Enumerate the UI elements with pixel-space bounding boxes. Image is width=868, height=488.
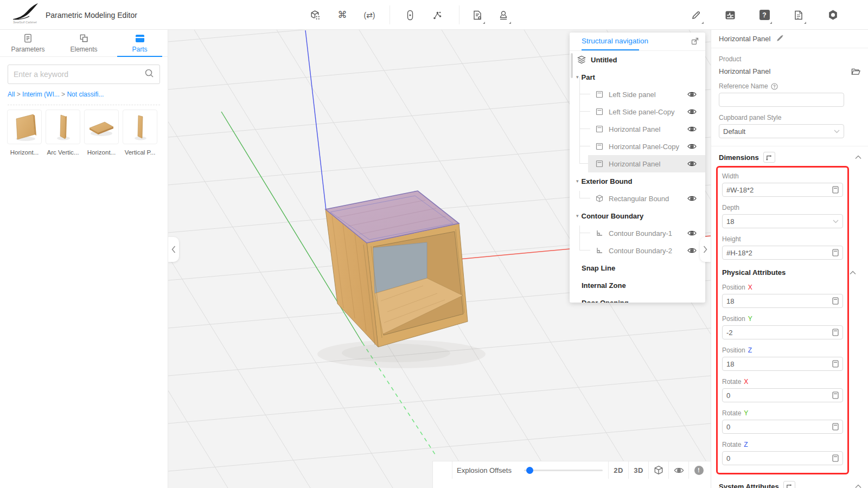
tree-group-exterior-bound[interactable]: ▾ Exterior Bound [570,172,705,190]
visibility-eye-icon[interactable] [687,195,697,202]
visibility-eye-icon[interactable] [687,230,697,236]
tree-item-rectangular-bound[interactable]: Rectangular Bound [570,190,705,207]
view-3d-button[interactable]: 3D [629,461,648,479]
part-card-arc-vertical[interactable]: Arc Vertic... [45,110,81,156]
formula-calc-icon[interactable] [832,329,839,336]
collapse-arrow-icon[interactable]: ▾ [576,178,579,184]
position-z-inputbox[interactable] [722,357,843,371]
part-card-horizontal-2[interactable]: Horizont... [84,110,119,156]
rotate-z-input[interactable] [726,454,830,463]
document-icon[interactable] [790,4,807,27]
reference-name-inputbox[interactable] [719,93,844,107]
settings-icon[interactable] [825,4,841,27]
tree-item-left-side-panel-copy[interactable]: Left Side panel-Copy [570,103,705,120]
position-z-input[interactable] [726,360,830,368]
tree-item-horizontal-panel-copy[interactable]: Horizontal Panel-Copy [570,138,705,155]
collapse-left-panel-handle[interactable] [168,237,179,262]
cupboard-style-select[interactable]: Default [719,124,844,138]
search-icon[interactable] [144,68,154,80]
position-y-inputbox[interactable] [722,325,843,339]
swap-icon[interactable]: (⇄) [361,4,378,27]
rotate-x-input[interactable] [726,391,830,400]
share-nodes-icon[interactable] [429,4,445,27]
rotate-z-inputbox[interactable] [722,451,843,465]
collapse-right-panel-handle[interactable] [700,237,711,262]
search-input[interactable] [14,70,144,79]
edit-pencil-icon[interactable] [688,4,704,27]
tab-parameters[interactable]: Parameters [0,30,56,56]
monitor-icon[interactable] [722,4,738,27]
tree-item-contour-boundary-2[interactable]: Contour Boundary-2 [570,242,705,259]
formula-calc-icon[interactable] [832,360,839,368]
visibility-eye-icon[interactable] [687,108,697,115]
breadcrumb-link-interim[interactable]: Interim (WI... [22,91,60,98]
part-card-horizontal-1[interactable]: Horizont... [7,110,42,156]
formula-calc-icon[interactable] [832,249,839,256]
formula-calc-icon[interactable] [832,186,839,194]
help-icon[interactable]: ? [756,4,773,27]
tree-item-left-side-panel[interactable]: Left Side panel [570,86,705,103]
search-box[interactable] [8,65,160,84]
tree-group-internal-zone[interactable]: Internal Zone [570,277,705,294]
collapse-section-icon[interactable] [855,155,861,159]
system-link-icon[interactable] [783,481,795,488]
visibility-button[interactable] [669,461,688,479]
breadcrumb-link-category[interactable]: Not classifi... [67,91,104,98]
rename-pencil-icon[interactable] [776,34,784,44]
height-inputbox[interactable] [722,246,843,260]
tab-parts[interactable]: Parts [112,30,168,56]
cabinet-model[interactable] [326,191,468,347]
position-x-input[interactable] [726,297,830,305]
collapse-section-icon[interactable] [850,271,856,275]
tree-group-contour-boundary[interactable]: ▾ Contour Boundary [570,207,705,224]
warnings-button[interactable]: ! [689,461,709,479]
visibility-eye-icon[interactable] [687,160,697,167]
position-x-inputbox[interactable] [722,294,843,308]
breadcrumb-link-all[interactable]: All [8,91,15,98]
tree-item-contour-boundary-1[interactable]: Contour Boundary-1 [570,224,705,242]
rotate-y-inputbox[interactable] [722,420,843,434]
formula-calc-icon[interactable] [832,423,839,431]
formula-calc-icon[interactable] [832,454,839,462]
visibility-eye-icon[interactable] [687,247,697,254]
formula-calc-icon[interactable] [832,297,839,305]
tree-item-root[interactable]: Untitled [570,51,705,68]
collapse-section-icon[interactable] [855,484,861,488]
view-2d-button[interactable]: 2D [609,461,628,479]
pattern-icon[interactable]: ⌘ [334,4,350,27]
depth-select[interactable]: 18 [722,214,843,228]
visibility-eye-icon[interactable] [687,126,697,132]
position-y-input[interactable] [726,329,830,337]
slider-track[interactable] [524,470,603,471]
cube-view-button[interactable] [649,461,668,479]
model-library-icon[interactable] [307,4,323,27]
tab-elements[interactable]: Elements [56,30,112,56]
explosion-offsets-slider[interactable] [524,461,603,479]
reference-name-input[interactable] [723,96,840,104]
width-inputbox[interactable] [722,183,843,197]
slider-thumb[interactable] [526,467,533,474]
formula-calc-icon[interactable] [832,391,839,399]
open-folder-icon[interactable] [851,68,860,75]
visibility-eye-icon[interactable] [687,91,697,98]
help-circle-icon[interactable] [771,83,778,90]
export-file-icon[interactable] [469,4,486,27]
tree-item-horizontal-panel-1[interactable]: Horizontal Panel [570,120,705,138]
tree-item-horizontal-panel-selected[interactable]: Horizontal Panel [570,155,705,172]
part-card-vertical[interactable]: Vertical P... [122,110,158,156]
rotate-y-input[interactable] [726,423,830,431]
stamp-icon[interactable] [495,4,512,27]
collapse-arrow-icon[interactable]: ▾ [576,213,579,219]
width-input[interactable] [726,186,830,194]
tree-group-door-opening[interactable]: Door Opening [570,294,705,303]
expand-panel-icon[interactable] [691,37,699,47]
capsule-icon[interactable] [402,4,418,27]
tree-group-part[interactable]: ▾ Part [570,68,705,86]
structural-navigation-title[interactable]: Structural navigation [582,37,648,45]
height-input[interactable] [726,249,830,257]
tree-group-snap-line[interactable]: Snap Line [570,259,705,277]
rotate-x-inputbox[interactable] [722,388,843,402]
collapse-arrow-icon[interactable]: ▾ [576,74,579,80]
visibility-eye-icon[interactable] [687,143,697,150]
dimension-link-icon[interactable] [763,152,775,163]
